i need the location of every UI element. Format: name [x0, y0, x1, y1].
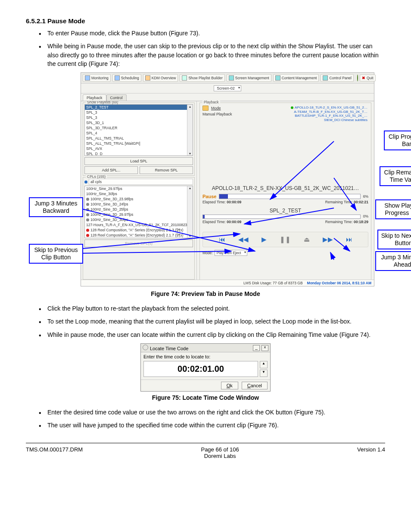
tab-playback[interactable]: Playback [83, 94, 106, 101]
list-item[interactable]: 127-Hours_TLR-A_F_EN-XX_US-GB_51_2K_TCF_… [85, 222, 193, 227]
monitoring-button[interactable]: Monitoring [83, 74, 111, 82]
quit-button[interactable]: ✖Quit [360, 75, 376, 81]
playback-group: Playback Mode Manual Playback APOLLO-18_… [199, 103, 371, 284]
panel-icon [323, 75, 328, 81]
top-bullets: To enter Pause mode, click the Pause but… [26, 29, 385, 68]
skip-previous-button[interactable]: ⏮ [219, 236, 225, 243]
tab-control[interactable]: Control [106, 94, 127, 101]
add-spl-button[interactable]: Add SPL... [84, 166, 138, 174]
list-item[interactable]: SPL_3D_TRAILER [85, 125, 193, 131]
ok-button[interactable]: Ok [221, 382, 238, 389]
transport-controls: ⏮ ◀◀ ▶ ❚❚ ⏏ ▶▶ ⏭ [202, 232, 368, 247]
kdm-overview-button[interactable]: KDM Overview [143, 74, 178, 82]
list-item[interactable]: 100Hz_Sine_3D_23.98fps [85, 196, 193, 202]
eject-button[interactable]: ⏏ [304, 236, 310, 243]
spin-down-button[interactable]: ▼ [260, 370, 268, 377]
status-dot-icon [86, 229, 89, 232]
list-item[interactable]: SPL_ALL_TMS_TRIAL [WaitGPI] [85, 141, 193, 146]
key-icon [145, 75, 150, 81]
clip-progress-bar[interactable] [219, 194, 360, 199]
content-icon [275, 75, 280, 81]
scrollbar[interactable]: ▴▾ [187, 105, 193, 156]
play-mode-select[interactable]: Play then Eject [215, 250, 248, 256]
list-item[interactable]: 100Hz_Sine_3D_29.97fps [85, 212, 193, 217]
footer-right: Version 1.4 [357, 446, 385, 459]
jump-back-3min-button[interactable]: ◀◀ [238, 236, 249, 243]
spl-listbox[interactable]: SPL_2_TEST SPL_3 SPL_3 SPL_3D_1 SPL_3D_T… [84, 104, 193, 156]
jump-ahead-3min-button[interactable]: ▶▶ [323, 236, 333, 243]
right-pane: Playback Mode Manual Playback APOLLO-18_… [197, 101, 374, 281]
play-button[interactable]: ▶ [262, 236, 267, 243]
spl-builder-button[interactable]: Show Playlist Builder [180, 74, 224, 82]
control-panel-button[interactable]: Control Panel [321, 74, 354, 82]
list-item[interactable]: 100Hz_Sine_30fps [85, 191, 193, 196]
timecode-input[interactable]: 00:02:01.00 [143, 361, 258, 377]
list-item[interactable]: SPL_D_D [85, 151, 193, 156]
section-heading: 6.5.2.1 Pause Mode [26, 17, 385, 25]
figure-74: Jump 3 Minutes Backward Skip to Previous… [29, 72, 382, 288]
list-item[interactable]: 100Hz_Sine_29.97fps [85, 186, 193, 191]
scheduling-button[interactable]: Scheduling [112, 74, 141, 82]
figure-74-caption: Figure 74: Preview Tab in Pause Mode [26, 290, 385, 297]
disk-usage: LMS Disk Usage: 77 GB of 8373 GB [243, 281, 302, 285]
show-playlists-legend: Show Playlists (69) [86, 101, 119, 104]
list-item[interactable]: 16ch_Audio_-6DB [85, 238, 193, 238]
scrollbar[interactable]: ▴▾ [187, 186, 193, 238]
remove-cpl-button[interactable]: Remove CPL(s) [84, 240, 193, 247]
list-item[interactable]: SPL_4 [85, 131, 193, 136]
footer-company: Doremi Labs [204, 453, 236, 459]
remove-spl-button[interactable]: Remove SPL [140, 166, 193, 174]
status-bar: LMS Disk Usage: 77 GB of 8373 GB Monday … [81, 280, 374, 286]
spl-progress-bar[interactable] [202, 215, 361, 219]
sub-tabs: Playback Control [81, 93, 374, 101]
figure-75-caption: Figure 75: Locate Time Code Window [26, 394, 385, 401]
pause-status-label: Pause [202, 194, 216, 199]
clip-remaining-time[interactable]: Remaining Time: 00:02:21 [325, 200, 368, 204]
skip-next-button[interactable]: ⏭ [346, 236, 352, 243]
screen-mgmt-button[interactable]: Screen Management [227, 74, 271, 82]
footer-rule [26, 443, 385, 443]
cancel-button[interactable]: Cancel [242, 382, 268, 389]
pause-button[interactable]: ❚❚ [280, 236, 291, 243]
page-footer: TMS.OM.000177.DRM Page 66 of 106 Doremi … [26, 446, 385, 459]
list-item[interactable]: 100Hz_Sine_3D_30fps [85, 217, 193, 222]
content-mgmt-button[interactable]: Content Management [273, 74, 319, 82]
callout-clip-progress: Clip Progress Bar [384, 131, 411, 150]
list-item[interactable]: 100Hz_Sine_3D_24fps [85, 202, 193, 207]
minimize-button[interactable]: _ [253, 345, 260, 351]
list-item[interactable]: SPL_AVX [85, 146, 193, 151]
screen-selector[interactable]: Screen-02 [214, 85, 241, 91]
footer-page: Page 66 of 106 [201, 446, 239, 453]
status-led-icon [357, 75, 358, 81]
list-item[interactable]: 128 Reel Composition, "A" Series (Encryp… [85, 227, 193, 233]
spl-percent: 0% [363, 214, 368, 218]
locate-timecode-window: Locate Time Code _ × Enter the time code… [140, 343, 271, 392]
cpl-filter[interactable]: all cpls [89, 179, 193, 185]
current-spl-title: SPL_2_TEST [202, 208, 368, 214]
folder-icon [202, 106, 209, 111]
clock: Monday October 06 2014, 8:51:10 AM [307, 281, 371, 285]
list-item[interactable]: 100Hz_Sine_3D_25fps [85, 207, 193, 212]
mode-line-label: Mode: [202, 251, 213, 255]
list-item[interactable]: SPL_3 [85, 110, 193, 115]
mode-link[interactable]: Mode [211, 106, 221, 110]
close-button[interactable]: × [262, 345, 268, 351]
list-item[interactable]: 128 Reel Composition, "A" Series (Encryp… [85, 233, 193, 238]
list-item[interactable]: SPL_ALL_TMS_TRIAL [85, 136, 193, 141]
list-item[interactable]: SPL_3 [85, 115, 193, 120]
clip-elapsed: Elapsed Time: 00:00:09 [202, 200, 241, 204]
list-item[interactable]: SPL_3D_1 [85, 120, 193, 125]
now-playing-list: APOLLO-18_TLR-2_S_EN-XX_US-GB_51_2… A-TE… [291, 106, 367, 122]
window-title: Locate Time Code [150, 346, 188, 351]
cpls-legend: CPLs (155) [86, 174, 107, 179]
list-item[interactable]: SPL_2_TEST [85, 105, 193, 110]
spin-up-button[interactable]: ▲ [260, 361, 268, 368]
playing-dot-icon [291, 106, 293, 109]
cpl-listbox[interactable]: 100Hz_Sine_29.97fps 100Hz_Sine_30fps 100… [84, 186, 193, 238]
mid-bullets: Click the Play button to re-start the pl… [26, 304, 385, 339]
load-spl-button[interactable]: Load SPL [84, 157, 193, 165]
status-dot-icon [86, 208, 89, 211]
status-dot-icon [86, 234, 89, 237]
status-dot-icon [86, 218, 89, 221]
current-clip-title: APOLLO-18_TLR-2_S_EN-XX_US-GB_51_2K_WC_2… [202, 185, 368, 191]
